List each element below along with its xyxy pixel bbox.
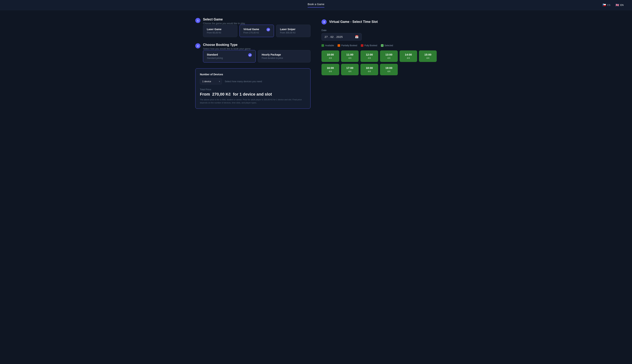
total-price-prefix: From [200, 92, 210, 96]
lang-en-button[interactable]: 🇬🇧 EN [614, 2, 625, 8]
booking-card-hourly-name-group: Hourly Package Fixed duration & price [262, 53, 283, 60]
step2-badge: 2 [195, 43, 200, 48]
game-card-virtual-name: Virtual Game [243, 28, 259, 31]
time-slot-capacity-9: 4/4 [382, 70, 396, 73]
game-card-laser-name: Laser Game [207, 28, 221, 31]
time-slot-capacity-6: 4/4 [323, 70, 338, 73]
total-price-amount: 270,00 Kč [212, 92, 231, 96]
game-card-virtual-header: Virtual Game From 270,00 Kč [243, 28, 270, 34]
devices-box-label: Number of Devices [200, 73, 306, 76]
time-slot-time-9: 19:00 [382, 66, 396, 70]
time-slot-capacity-5: 4/4 [420, 57, 435, 60]
time-slot-time-8: 18:00 [362, 66, 377, 70]
time-slot-1200[interactable]: 12:00 4/4 [361, 50, 378, 62]
game-card-sniper-price: From 300,00 Kč [280, 32, 295, 34]
game-card-sniper[interactable]: Laser Sniper From 300,00 Kč [276, 25, 310, 37]
legend-available: Available [322, 44, 334, 47]
total-price-suffix: for 1 device and slot [233, 92, 272, 96]
time-slot-1500[interactable]: 15:00 4/4 [419, 50, 437, 62]
legend-full-label: Fully Booked [365, 44, 377, 47]
time-slot-capacity-4: 4/4 [401, 57, 416, 60]
flag-cs-icon: 🇨🇿 [602, 3, 606, 7]
booking-card-hourly-header: Hourly Package Fixed duration & price [262, 53, 307, 60]
step1-header: 1 Select Game Choose the game you would … [195, 18, 310, 25]
time-slot-time-4: 14:00 [401, 53, 416, 56]
legend-selected: Selected [381, 44, 393, 47]
time-slot-time-5: 15:00 [420, 53, 435, 56]
step1-title-group: Select Game Choose the game you would li… [203, 18, 245, 25]
time-slot-time-7: 17:00 [343, 66, 357, 70]
time-slot-1100[interactable]: 11:00 4/4 [341, 50, 359, 62]
booking-card-hourly[interactable]: Hourly Package Fixed duration & price [258, 50, 310, 62]
booking-card-standard-name-group: Standard Standard pricing [207, 53, 223, 60]
game-card-virtual[interactable]: Virtual Game From 270,00 Kč [239, 25, 274, 37]
step1-subtitle: Choose the game you would like to play [203, 22, 245, 25]
date-label: Date [322, 29, 437, 32]
lang-cs-button[interactable]: 🇨🇿 CS [601, 2, 611, 8]
time-slot-1700[interactable]: 17:00 4/4 [341, 64, 359, 75]
legend-partial-label: Partially Booked [341, 44, 357, 47]
time-slot-capacity-7: 4/4 [343, 70, 357, 73]
left-panel: 1 Select Game Choose the game you would … [195, 18, 310, 109]
nav-underline [307, 7, 325, 8]
game-card-virtual-check-icon [266, 28, 270, 32]
booking-card-hourly-name: Hourly Package [262, 53, 283, 56]
legend-full: Fully Booked [361, 44, 377, 47]
booking-card-standard-header: Standard Standard pricing [207, 53, 252, 60]
step2-section: 2 Choose Booking Type Select how you wou… [195, 43, 310, 62]
lang-en-label: EN [620, 4, 623, 6]
time-slot-capacity-3: 4/4 [382, 57, 396, 60]
booking-card-hourly-desc: Fixed duration & price [262, 57, 283, 60]
time-slot-time-2: 12:00 [362, 53, 377, 56]
time-slot-1600[interactable]: 16:00 4/4 [322, 64, 339, 75]
total-price-value: From 270,00 Kč for 1 device and slot [200, 92, 306, 97]
time-slot-time-3: 13:00 [382, 53, 396, 56]
step2-title-group: Choose Booking Type Select how you would… [203, 43, 250, 50]
game-card-laser-header: Laser Game From 60,00 Kč [207, 28, 233, 34]
time-slot-1300[interactable]: 13:00 4/4 [380, 50, 398, 62]
game-card-laser[interactable]: Laser Game From 60,00 Kč [203, 25, 237, 37]
legend: Available Partially Booked Fully Booked … [322, 44, 437, 47]
time-slot-capacity-0: 4/4 [323, 57, 338, 60]
legend-dot-partial [338, 44, 340, 47]
total-price-note: The above price is for a child, student … [200, 98, 306, 104]
book-game-nav-link[interactable]: Book a Game [307, 2, 325, 6]
device-select-hint: Select how many devices you need [225, 80, 262, 83]
device-select-wrapper[interactable]: 1 device 2 devices 3 devices 4 devices [200, 78, 222, 84]
legend-dot-selected [381, 44, 384, 47]
step1-title: Select Game [203, 18, 245, 22]
legend-partial: Partially Booked [338, 44, 357, 47]
devices-box: Number of Devices 1 device 2 devices 3 d… [195, 68, 310, 109]
navbar: Book a Game 🇨🇿 CS 🇬🇧 EN [0, 0, 632, 10]
date-value: 27 . 02 . 2025 [325, 36, 354, 38]
game-cards-container: Laser Game From 60,00 Kč Virtual Game Fr… [203, 25, 310, 37]
booking-card-standard-desc: Standard pricing [207, 57, 223, 60]
step1-section: 1 Select Game Choose the game you would … [195, 18, 310, 37]
device-select[interactable]: 1 device 2 devices 3 devices 4 devices [200, 78, 222, 84]
devices-row: 1 device 2 devices 3 devices 4 devices S… [200, 78, 306, 84]
date-input-row[interactable]: 27 . 02 . 2025 📅 [322, 33, 362, 40]
date-section: Date 27 . 02 . 2025 📅 [322, 29, 437, 40]
main-container: 1 Select Game Choose the game you would … [188, 10, 444, 116]
time-slot-capacity-8: 4/4 [362, 70, 377, 73]
time-slot-1800[interactable]: 18:00 4/4 [361, 64, 378, 75]
time-slot-time-6: 16:00 [323, 66, 338, 70]
time-slot-1900[interactable]: 19:00 4/4 [380, 64, 398, 75]
step3-badge: 3 [322, 19, 327, 24]
game-card-sniper-name-group: Laser Sniper From 300,00 Kč [280, 28, 295, 34]
legend-dot-full [361, 44, 363, 47]
nav-center: Book a Game [307, 2, 325, 8]
step2-title: Choose Booking Type [203, 43, 250, 47]
time-slot-capacity-1: 4/4 [343, 57, 357, 60]
time-slot-1400[interactable]: 14:00 4/4 [400, 50, 417, 62]
total-price-label: Total Price: [200, 88, 306, 91]
booking-card-standard-check-icon [248, 53, 252, 57]
time-slot-1000[interactable]: 10:00 4/4 [322, 50, 339, 62]
booking-card-standard[interactable]: Standard Standard pricing [203, 50, 256, 62]
game-card-laser-name-group: Laser Game From 60,00 Kč [207, 28, 221, 34]
booking-cards-container: Standard Standard pricing Hourly [203, 50, 310, 62]
time-slot-capacity-2: 4/4 [362, 57, 377, 60]
legend-dot-available [322, 44, 324, 47]
step3-header: 3 Virtual Game - Select Time Slot [322, 19, 437, 24]
calendar-icon[interactable]: 📅 [355, 35, 359, 38]
